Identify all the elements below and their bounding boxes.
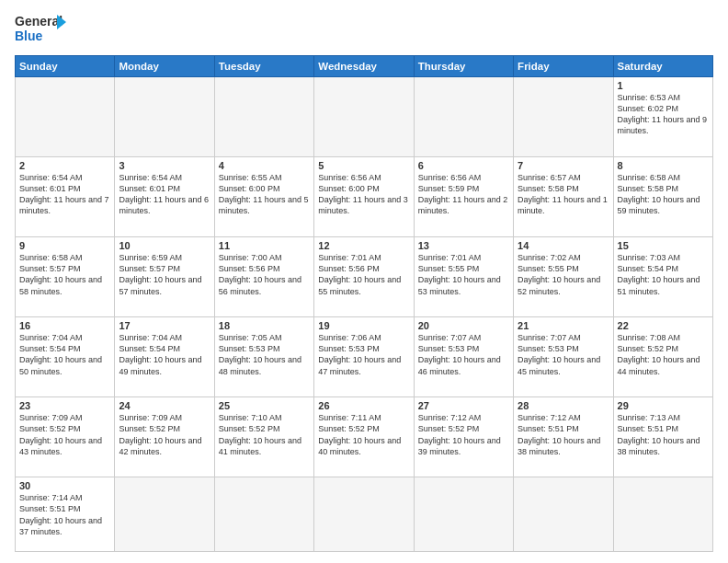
weekday-header-wednesday: Wednesday xyxy=(314,56,414,77)
calendar-cell: 7Sunrise: 6:57 AM Sunset: 5:58 PM Daylig… xyxy=(514,157,613,237)
week-row-6: 30Sunrise: 7:14 AM Sunset: 5:51 PM Dayli… xyxy=(16,477,713,552)
calendar-cell: 11Sunrise: 7:00 AM Sunset: 5:56 PM Dayli… xyxy=(214,237,313,317)
day-number: 26 xyxy=(318,400,409,411)
day-info: Sunrise: 7:12 AM Sunset: 5:52 PM Dayligh… xyxy=(418,412,509,457)
calendar-cell: 4Sunrise: 6:55 AM Sunset: 6:00 PM Daylig… xyxy=(214,157,313,237)
day-number: 7 xyxy=(518,160,609,171)
day-number: 17 xyxy=(119,320,210,331)
day-number: 6 xyxy=(418,160,509,171)
calendar-cell xyxy=(115,477,214,552)
weekday-header-row: SundayMondayTuesdayWednesdayThursdayFrid… xyxy=(16,56,713,77)
day-number: 15 xyxy=(618,240,709,251)
day-info: Sunrise: 6:57 AM Sunset: 5:58 PM Dayligh… xyxy=(518,172,609,217)
calendar-cell: 6Sunrise: 6:56 AM Sunset: 5:59 PM Daylig… xyxy=(414,157,513,237)
day-number: 11 xyxy=(219,240,310,251)
calendar-cell xyxy=(314,77,414,157)
calendar-cell xyxy=(115,77,214,157)
day-info: Sunrise: 7:04 AM Sunset: 5:54 PM Dayligh… xyxy=(119,332,210,377)
day-number: 24 xyxy=(119,400,210,411)
day-number: 29 xyxy=(618,400,709,411)
logo-svg: General Blue xyxy=(15,11,68,48)
day-info: Sunrise: 7:01 AM Sunset: 5:55 PM Dayligh… xyxy=(418,252,509,297)
calendar-cell xyxy=(414,77,513,157)
day-number: 8 xyxy=(618,160,709,171)
day-info: Sunrise: 7:08 AM Sunset: 5:52 PM Dayligh… xyxy=(618,332,709,377)
week-row-3: 9Sunrise: 6:58 AM Sunset: 5:57 PM Daylig… xyxy=(16,237,713,317)
day-number: 19 xyxy=(318,320,409,331)
calendar-cell: 24Sunrise: 7:09 AM Sunset: 5:52 PM Dayli… xyxy=(115,397,214,477)
header: General Blue xyxy=(15,11,713,48)
day-number: 2 xyxy=(19,160,110,171)
day-number: 4 xyxy=(219,160,310,171)
calendar-cell: 10Sunrise: 6:59 AM Sunset: 5:57 PM Dayli… xyxy=(115,237,214,317)
day-info: Sunrise: 7:05 AM Sunset: 5:53 PM Dayligh… xyxy=(219,332,310,377)
day-number: 1 xyxy=(618,80,709,91)
day-info: Sunrise: 7:11 AM Sunset: 5:52 PM Dayligh… xyxy=(318,412,409,457)
weekday-header-sunday: Sunday xyxy=(16,56,115,77)
day-info: Sunrise: 7:01 AM Sunset: 5:56 PM Dayligh… xyxy=(318,252,409,297)
day-number: 9 xyxy=(19,240,110,251)
weekday-header-tuesday: Tuesday xyxy=(214,56,313,77)
calendar-cell xyxy=(414,477,513,552)
calendar-cell: 23Sunrise: 7:09 AM Sunset: 5:52 PM Dayli… xyxy=(16,397,115,477)
logo: General Blue xyxy=(15,11,68,48)
calendar-cell xyxy=(214,477,313,552)
day-info: Sunrise: 6:58 AM Sunset: 5:57 PM Dayligh… xyxy=(19,252,110,297)
day-info: Sunrise: 6:56 AM Sunset: 5:59 PM Dayligh… xyxy=(418,172,509,217)
calendar-cell: 27Sunrise: 7:12 AM Sunset: 5:52 PM Dayli… xyxy=(414,397,513,477)
day-number: 18 xyxy=(219,320,310,331)
calendar-cell: 5Sunrise: 6:56 AM Sunset: 6:00 PM Daylig… xyxy=(314,157,414,237)
weekday-header-thursday: Thursday xyxy=(414,56,513,77)
calendar-cell: 25Sunrise: 7:10 AM Sunset: 5:52 PM Dayli… xyxy=(214,397,313,477)
calendar-cell: 28Sunrise: 7:12 AM Sunset: 5:51 PM Dayli… xyxy=(514,397,613,477)
day-number: 25 xyxy=(219,400,310,411)
calendar-cell: 1Sunrise: 6:53 AM Sunset: 6:02 PM Daylig… xyxy=(613,77,712,157)
day-info: Sunrise: 7:06 AM Sunset: 5:53 PM Dayligh… xyxy=(318,332,409,377)
day-info: Sunrise: 7:07 AM Sunset: 5:53 PM Dayligh… xyxy=(518,332,609,377)
day-info: Sunrise: 7:10 AM Sunset: 5:52 PM Dayligh… xyxy=(219,412,310,457)
calendar-cell: 19Sunrise: 7:06 AM Sunset: 5:53 PM Dayli… xyxy=(314,317,414,397)
calendar-cell: 13Sunrise: 7:01 AM Sunset: 5:55 PM Dayli… xyxy=(414,237,513,317)
day-info: Sunrise: 6:53 AM Sunset: 6:02 PM Dayligh… xyxy=(618,92,709,137)
calendar-table: SundayMondayTuesdayWednesdayThursdayFrid… xyxy=(15,55,713,552)
calendar-cell xyxy=(314,477,414,552)
day-number: 21 xyxy=(518,320,609,331)
day-number: 3 xyxy=(119,160,210,171)
day-info: Sunrise: 7:04 AM Sunset: 5:54 PM Dayligh… xyxy=(19,332,110,377)
day-info: Sunrise: 6:56 AM Sunset: 6:00 PM Dayligh… xyxy=(318,172,409,217)
calendar-cell: 8Sunrise: 6:58 AM Sunset: 5:58 PM Daylig… xyxy=(613,157,712,237)
calendar-cell: 14Sunrise: 7:02 AM Sunset: 5:55 PM Dayli… xyxy=(514,237,613,317)
week-row-2: 2Sunrise: 6:54 AM Sunset: 6:01 PM Daylig… xyxy=(16,157,713,237)
day-number: 14 xyxy=(518,240,609,251)
day-info: Sunrise: 7:02 AM Sunset: 5:55 PM Dayligh… xyxy=(518,252,609,297)
calendar-cell: 18Sunrise: 7:05 AM Sunset: 5:53 PM Dayli… xyxy=(214,317,313,397)
day-info: Sunrise: 7:13 AM Sunset: 5:51 PM Dayligh… xyxy=(618,412,709,457)
calendar-cell: 26Sunrise: 7:11 AM Sunset: 5:52 PM Dayli… xyxy=(314,397,414,477)
calendar-cell: 30Sunrise: 7:14 AM Sunset: 5:51 PM Dayli… xyxy=(16,477,115,552)
day-info: Sunrise: 7:09 AM Sunset: 5:52 PM Dayligh… xyxy=(19,412,110,457)
day-info: Sunrise: 7:03 AM Sunset: 5:54 PM Dayligh… xyxy=(618,252,709,297)
day-info: Sunrise: 6:55 AM Sunset: 6:00 PM Dayligh… xyxy=(219,172,310,217)
calendar-cell xyxy=(613,477,712,552)
calendar-cell: 16Sunrise: 7:04 AM Sunset: 5:54 PM Dayli… xyxy=(16,317,115,397)
calendar-page: General Blue SundayMondayTuesdayWednesda… xyxy=(0,0,728,563)
day-number: 22 xyxy=(618,320,709,331)
calendar-cell: 15Sunrise: 7:03 AM Sunset: 5:54 PM Dayli… xyxy=(613,237,712,317)
day-info: Sunrise: 7:09 AM Sunset: 5:52 PM Dayligh… xyxy=(119,412,210,457)
day-info: Sunrise: 7:07 AM Sunset: 5:53 PM Dayligh… xyxy=(418,332,509,377)
day-info: Sunrise: 6:58 AM Sunset: 5:58 PM Dayligh… xyxy=(618,172,709,217)
calendar-cell: 3Sunrise: 6:54 AM Sunset: 6:01 PM Daylig… xyxy=(115,157,214,237)
calendar-cell: 17Sunrise: 7:04 AM Sunset: 5:54 PM Dayli… xyxy=(115,317,214,397)
weekday-header-saturday: Saturday xyxy=(613,56,712,77)
weekday-header-monday: Monday xyxy=(115,56,214,77)
calendar-cell xyxy=(514,477,613,552)
day-info: Sunrise: 7:14 AM Sunset: 5:51 PM Dayligh… xyxy=(19,492,110,537)
week-row-5: 23Sunrise: 7:09 AM Sunset: 5:52 PM Dayli… xyxy=(16,397,713,477)
calendar-cell: 21Sunrise: 7:07 AM Sunset: 5:53 PM Dayli… xyxy=(514,317,613,397)
day-number: 23 xyxy=(19,400,110,411)
svg-text:Blue: Blue xyxy=(15,29,43,43)
calendar-cell xyxy=(16,77,115,157)
day-number: 28 xyxy=(518,400,609,411)
calendar-cell xyxy=(214,77,313,157)
day-info: Sunrise: 6:54 AM Sunset: 6:01 PM Dayligh… xyxy=(119,172,210,217)
